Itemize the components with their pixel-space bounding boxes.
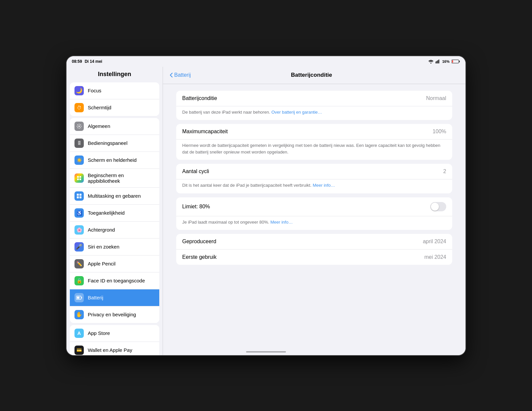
sidebar-item-label-toegankelijkheid: Toegankelijkheid (88, 210, 125, 216)
sidebar-item-wallet[interactable]: 💳 Wallet en Apple Pay (70, 342, 159, 355)
cycli-link[interactable]: Meer info… (313, 183, 335, 188)
wallet-icon: 💳 (74, 346, 84, 355)
content-header: Batterij Batterijconditie (163, 67, 466, 84)
pencil-icon: ✏️ (74, 259, 84, 268)
svg-rect-1 (437, 61, 437, 63)
sidebar-item-label-siri: Siri en zoeken (88, 244, 119, 250)
sidebar-item-label-schermtijd: Schermtijd (88, 105, 111, 110)
content-area: Batterij Batterijconditie Batterijcondit… (163, 67, 466, 355)
limiet-toggle[interactable] (430, 202, 446, 211)
toggle-knob (431, 203, 439, 211)
ipad-frame: 08:59 Di 14 mei 16% (66, 56, 466, 355)
achtergrond-icon: 🌸 (74, 225, 84, 235)
status-bar-right: 16% (428, 59, 460, 63)
eerstegebruik-value: mei 2024 (424, 254, 446, 260)
card-cycli: Aantal cycli 2 Dit is het aantal keer da… (176, 164, 452, 193)
toegankelijkheid-icon: ♿ (74, 208, 84, 218)
svg-rect-13 (79, 194, 81, 196)
sidebar-item-multitasking[interactable]: Multitasking en gebaren (70, 188, 159, 205)
wifi-icon (428, 59, 434, 63)
card-capaciteit: Maximumcapaciteit 100% Hiermee wordt de … (176, 124, 452, 160)
card-conditie: Batterijconditie Normaal De batterij van… (176, 91, 452, 120)
home-indicator (246, 351, 286, 353)
svg-rect-12 (77, 194, 79, 196)
time-display: 08:59 (72, 59, 82, 64)
sidebar-item-focus[interactable]: 🌙 Focus (70, 82, 159, 99)
cycli-label: Aantal cycli (182, 168, 209, 174)
svg-rect-8 (77, 176, 79, 178)
sidebar-item-label-multitasking: Multitasking en gebaren (88, 193, 141, 199)
signal-icon (436, 59, 440, 63)
eerstegebruik-label: Eerste gebruik (182, 254, 216, 260)
card-row-eerstegebruik: Eerste gebruik mei 2024 (176, 250, 452, 265)
limiet-link[interactable]: Meer info… (270, 220, 293, 225)
svg-rect-15 (79, 196, 81, 198)
appstore-icon: A (74, 329, 84, 338)
content-body: Batterijconditie Normaal De batterij van… (163, 84, 466, 276)
status-bar: 08:59 Di 14 mei 16% (66, 56, 466, 67)
faceid-icon: 🔒 (74, 276, 84, 285)
sidebar-item-scherm[interactable]: ☀️ Scherm en helderheid (70, 152, 159, 169)
scherm-icon: ☀️ (74, 155, 84, 165)
back-label: Batterij (174, 72, 191, 78)
svg-rect-6 (452, 60, 453, 62)
svg-rect-3 (439, 59, 439, 63)
algemeen-icon (74, 122, 84, 131)
cycli-description: Dit is het aantal keer dat de iPad je ba… (176, 179, 452, 193)
siri-icon: 🎤 (74, 242, 84, 252)
main-layout: Instellingen 🌙 Focus ⏱ Schermtijd (66, 67, 466, 355)
status-bar-left: 08:59 Di 14 mei (72, 59, 102, 64)
sidebar-item-batterij[interactable]: Batterij (70, 289, 159, 306)
sidebar-item-schermtijd[interactable]: ⏱ Schermtijd (70, 99, 159, 116)
sidebar: Instellingen 🌙 Focus ⏱ Schermtijd (66, 67, 163, 355)
sidebar-item-algemeen[interactable]: Algemeen (70, 118, 159, 135)
sidebar-section-3: A App Store 💳 Wallet en Apple Pay (70, 325, 159, 355)
sidebar-item-label-wallet: Wallet en Apple Pay (88, 347, 132, 353)
sidebar-section-2: Algemeen 🎛 Bedieningspaneel ☀️ Scherm en… (70, 118, 159, 323)
content-title: Batterijconditie (191, 72, 432, 78)
card-row-capaciteit: Maximumcapaciteit 100% (176, 124, 452, 140)
sidebar-item-label-faceid: Face ID en toegangscode (88, 278, 145, 283)
sidebar-item-label-focus: Focus (88, 88, 101, 93)
svg-rect-17 (81, 297, 82, 298)
sidebar-item-siri[interactable]: 🎤 Siri en zoeken (70, 239, 159, 256)
conditie-description: De batterij van deze iPad werkt naar beh… (176, 106, 452, 120)
sidebar-item-bedieningspaneel[interactable]: 🎛 Bedieningspaneel (70, 135, 159, 152)
back-chevron-icon (170, 72, 173, 78)
svg-rect-9 (79, 176, 81, 178)
sidebar-item-achtergrond[interactable]: 🌸 Achtergrond (70, 222, 159, 239)
card-row-conditie: Batterijconditie Normaal (176, 91, 452, 106)
sidebar-item-toegankelijkheid[interactable]: ♿ Toegankelijkheid (70, 205, 159, 222)
schermtijd-icon: ⏱ (74, 103, 84, 112)
sidebar-item-pencil[interactable]: ✏️ Apple Pencil (70, 256, 159, 272)
bedieningspaneel-icon: 🎛 (74, 139, 84, 148)
limiet-label: Limiet: 80% (182, 204, 210, 210)
back-button[interactable]: Batterij (170, 72, 191, 78)
svg-rect-2 (438, 60, 438, 63)
geproduceerd-value: april 2024 (423, 239, 446, 245)
sidebar-item-appstore[interactable]: A App Store (70, 325, 159, 342)
card-row-cycli: Aantal cycli 2 (176, 164, 452, 179)
conditie-link[interactable]: Over batterij en garantie… (271, 110, 322, 115)
sidebar-item-label-beginscherm: Beginscherm en appbibliotheek (88, 172, 155, 184)
sidebar-item-privacy[interactable]: ✋ Privacy en beveiliging (70, 306, 159, 323)
focus-icon: 🌙 (74, 86, 84, 95)
sidebar-item-label-bedieningspaneel: Bedieningspaneel (88, 140, 127, 146)
sidebar-title: Instellingen (66, 67, 163, 80)
card-productie: Geproduceerd april 2024 Eerste gebruik m… (176, 234, 452, 265)
sidebar-item-faceid[interactable]: 🔒 Face ID en toegangscode (70, 272, 159, 289)
sidebar-item-beginscherm[interactable]: Beginscherm en appbibliotheek (70, 169, 159, 188)
card-limiet: Limiet: 80% Je iPad laadt maximaal op to… (176, 197, 452, 230)
svg-rect-18 (77, 297, 79, 299)
svg-rect-0 (436, 61, 436, 63)
card-row-limiet: Limiet: 80% (176, 197, 452, 216)
capaciteit-value: 100% (433, 129, 446, 135)
sidebar-item-label-achtergrond: Achtergrond (88, 227, 115, 233)
capaciteit-label: Maximumcapaciteit (182, 129, 228, 135)
sidebar-item-label-appstore: App Store (88, 330, 110, 336)
conditie-value: Normaal (426, 95, 446, 101)
svg-point-7 (78, 126, 80, 127)
sidebar-item-label-batterij: Batterij (88, 295, 103, 300)
conditie-label: Batterijconditie (182, 95, 217, 101)
geproduceerd-label: Geproduceerd (182, 239, 216, 245)
